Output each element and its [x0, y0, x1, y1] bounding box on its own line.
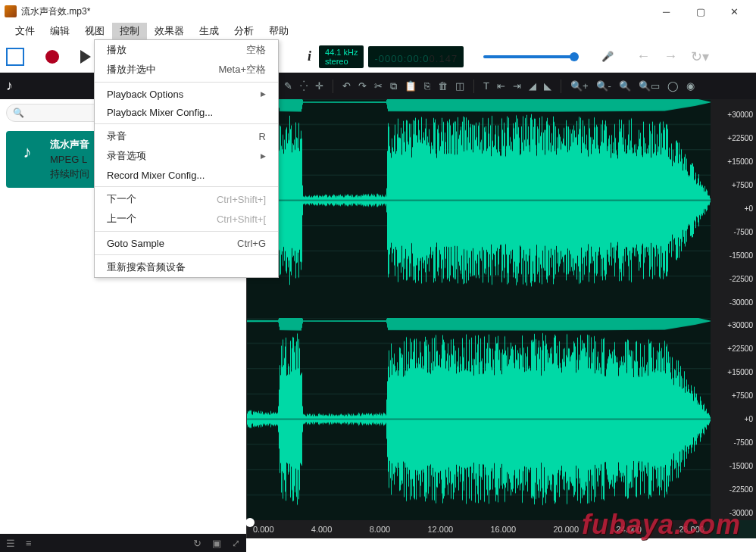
menu-分析[interactable]: 分析 — [226, 23, 261, 39]
crosshair-icon[interactable]: ✛ — [315, 80, 323, 92]
menu-item--[interactable]: 重新搜索音频设备 — [95, 257, 278, 277]
control-menu-dropdown: 播放空格播放并选中Meta+空格Playback Options▶Playbac… — [94, 39, 279, 278]
fit-right-icon[interactable]: ⇥ — [513, 80, 521, 92]
time-bright: 0.147 — [430, 53, 458, 64]
y-tick: +7500 — [732, 181, 753, 189]
edit-toolbar: ↖▭✎⁛✛↶↷✂⧉📋⎘🗑◫T⇤⇥◢◣🔍+🔍-🔍🔍▭◯◉ — [247, 73, 756, 99]
track-codec: MPEG L — [50, 152, 89, 167]
x-tick: 4.000 — [311, 525, 333, 534]
status-expand-icon[interactable]: ⤢ — [232, 538, 240, 549]
y-tick: +15000 — [727, 157, 753, 166]
y-tick: +0 — [745, 204, 753, 213]
y-tick: +22500 — [727, 134, 753, 142]
x-tick: 0.000 — [253, 525, 274, 534]
menu-效果器[interactable]: 效果器 — [147, 23, 192, 39]
y-tick: +22500 — [727, 345, 753, 353]
track-meta: 流水声音 MPEG L 持续时间 — [50, 137, 89, 182]
menu-item--[interactable]: 录音R — [95, 126, 278, 146]
zoom-out-icon[interactable]: 🔍- — [596, 80, 611, 92]
record-button[interactable] — [45, 50, 59, 64]
fit-left-icon[interactable]: ⇤ — [497, 80, 505, 92]
nav-fwd-icon[interactable]: → — [664, 48, 677, 64]
menu-item--: 上一个Ctrl+Shift+[ — [95, 209, 278, 229]
zoom-fit-icon[interactable]: 🔍 — [619, 80, 631, 92]
spray-icon[interactable]: ⁛ — [300, 80, 308, 92]
lasso2-icon[interactable]: ◉ — [686, 80, 695, 92]
minimize-button[interactable]: ─ — [649, 1, 683, 22]
format-display: 44.1 kHz stereo — [319, 45, 364, 68]
paste-icon[interactable]: 📋 — [405, 80, 417, 92]
window-title: 流水声音效.mp3* — [21, 5, 90, 18]
status-view-icon[interactable]: ▣ — [212, 538, 221, 549]
amplitude-ruler: +30000+22500+15000+7500+0-7500-15000-225… — [711, 99, 756, 520]
waveform-right-channel — [247, 318, 711, 520]
menu-item--: 下一个Ctrl+Shift+] — [95, 189, 278, 209]
playhead-marker[interactable] — [245, 518, 255, 527]
menu-编辑[interactable]: 编辑 — [42, 23, 77, 39]
menu-帮助[interactable]: 帮助 — [261, 23, 296, 39]
time-dim: -0000:00:0 — [374, 53, 429, 64]
titlebar: 流水声音效.mp3* ─ ▢ ✕ — [0, 0, 756, 23]
y-tick: -7500 — [733, 228, 753, 236]
pencil-icon[interactable]: ✎ — [284, 80, 292, 92]
channel-mode: stereo — [325, 57, 358, 66]
status-lines-icon[interactable]: ≡ — [26, 538, 32, 549]
menu-生成[interactable]: 生成 — [192, 23, 226, 39]
y-tick: +30000 — [727, 111, 753, 119]
sample-rate: 44.1 kHz — [325, 48, 358, 57]
history-icon[interactable]: ↻▾ — [691, 48, 709, 65]
info-icon[interactable]: i — [308, 48, 311, 64]
x-tick: 16.000 — [490, 525, 516, 534]
y-tick: -7500 — [733, 438, 753, 447]
time-display: -0000:00:00.147 — [368, 46, 464, 67]
menu-item-Record-Mixer-Config-[interactable]: Record Mixer Config... — [95, 166, 278, 184]
waveform-editor: ↖▭✎⁛✛↶↷✂⧉📋⎘🗑◫T⇤⇥◢◣🔍+🔍-🔍🔍▭◯◉ +30000+22500… — [246, 73, 756, 538]
play-button[interactable] — [80, 50, 91, 64]
zoom-in-icon[interactable]: 🔍+ — [570, 80, 589, 92]
trash-icon[interactable]: 🗑 — [438, 80, 448, 92]
watermark: fubaya.com — [582, 509, 741, 541]
status-list-icon[interactable]: ☰ — [6, 538, 15, 549]
mic-icon[interactable]: 🎤 — [601, 51, 614, 62]
menu-item-Playback-Mixer-Config-[interactable]: Playback Mixer Config... — [95, 103, 278, 121]
lasso-icon[interactable]: ◯ — [667, 80, 679, 92]
track-duration: 持续时间 — [50, 167, 89, 182]
y-tick: +15000 — [727, 368, 753, 376]
window-controls: ─ ▢ ✕ — [649, 1, 751, 22]
menu-控制[interactable]: 控制 — [112, 23, 147, 39]
copy-icon[interactable]: ⧉ — [390, 80, 397, 92]
redo-icon[interactable]: ↷ — [358, 80, 367, 92]
menu-视图[interactable]: 视图 — [77, 23, 112, 39]
menu-item--[interactable]: 播放空格 — [95, 40, 278, 60]
fade-out-icon[interactable]: ◣ — [544, 80, 551, 92]
cut-icon[interactable]: ✂ — [374, 80, 383, 92]
y-tick: -22500 — [729, 275, 753, 283]
menu-item-Playback-Options[interactable]: Playback Options▶ — [95, 85, 278, 103]
stop-button[interactable] — [6, 48, 24, 66]
y-tick: -30000 — [729, 298, 753, 307]
x-tick: 8.000 — [370, 525, 391, 534]
y-tick: +7500 — [732, 391, 753, 400]
crop-icon[interactable]: ◫ — [455, 80, 464, 92]
y-tick: -15000 — [729, 251, 753, 260]
paste2-icon[interactable]: ⎘ — [424, 80, 430, 92]
track-note-icon: ♪ — [12, 137, 42, 167]
wave-area[interactable] — [247, 99, 711, 520]
close-button[interactable]: ✕ — [717, 1, 751, 22]
menu-item-Goto-Sample[interactable]: Goto SampleCtrl+G — [95, 234, 278, 252]
undo-icon[interactable]: ↶ — [342, 80, 351, 92]
menu-文件[interactable]: 文件 — [8, 23, 42, 39]
volume-slider[interactable] — [483, 55, 574, 58]
waveform-left-channel — [247, 99, 711, 301]
maximize-button[interactable]: ▢ — [683, 1, 717, 22]
zoom-sel-icon[interactable]: 🔍▭ — [639, 80, 660, 92]
menu-item--[interactable]: 播放并选中Meta+空格 — [95, 60, 278, 80]
status-loop-icon[interactable]: ↻ — [193, 538, 201, 549]
nav-back-icon[interactable]: ← — [636, 48, 650, 64]
track-name: 流水声音 — [50, 137, 89, 152]
menu-item--[interactable]: 录音选项▶ — [95, 146, 278, 166]
y-tick: -15000 — [729, 462, 753, 470]
x-tick: 12.000 — [427, 525, 453, 534]
text-icon[interactable]: T — [483, 80, 489, 92]
fade-in-icon[interactable]: ◢ — [529, 80, 536, 92]
